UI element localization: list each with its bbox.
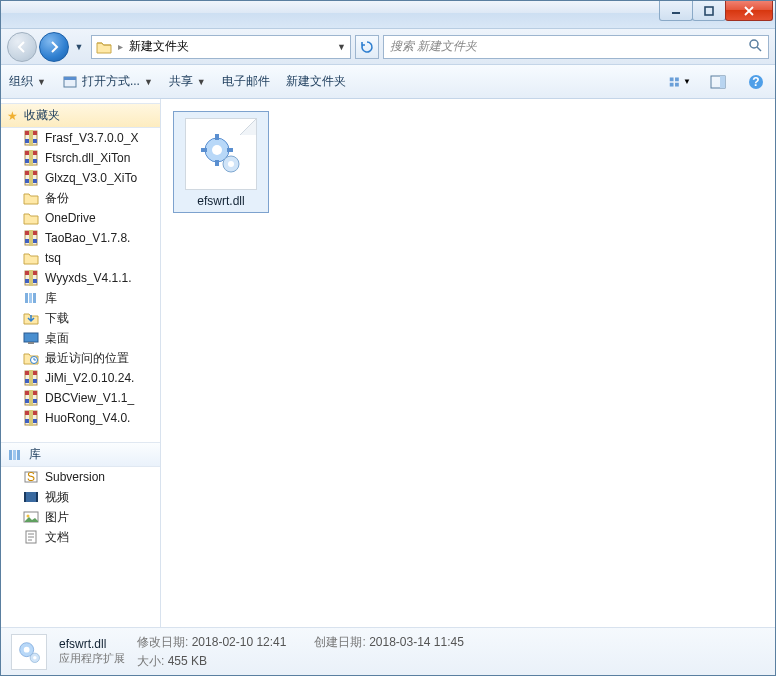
rar-icon	[23, 370, 39, 386]
sidebar-item[interactable]: Wyyxds_V4.1.1.	[1, 268, 160, 288]
svg-rect-6	[675, 77, 679, 81]
svg-rect-53	[17, 450, 20, 460]
sidebar-item[interactable]: Ftsrch.dll_XiTon	[1, 148, 160, 168]
close-button[interactable]	[725, 1, 773, 21]
create-date-value: 2018-03-14 11:45	[369, 635, 464, 649]
svg-point-67	[212, 145, 222, 155]
picture-icon	[23, 509, 39, 525]
mod-date-value: 2018-02-10 12:41	[192, 635, 287, 649]
sidebar-item[interactable]: 最近访问的位置	[1, 348, 160, 368]
svg-rect-37	[28, 342, 34, 344]
forward-button[interactable]	[39, 32, 69, 62]
search-input[interactable]: 搜索 新建文件夹	[383, 35, 769, 59]
sidebar-item-label: tsq	[45, 251, 61, 265]
sidebar-item-label: Frasf_V3.7.0.0_X	[45, 131, 138, 145]
svg-point-60	[27, 515, 30, 518]
sidebar-item-label: OneDrive	[45, 211, 96, 225]
sidebar-item-label: JiMi_V2.0.10.24.	[45, 371, 134, 385]
size-value: 455 KB	[168, 654, 207, 668]
window-controls	[660, 1, 775, 28]
address-bar[interactable]: ▸ 新建文件夹 ▼	[91, 35, 351, 59]
sidebar-item[interactable]: OneDrive	[1, 208, 160, 228]
folder-icon	[23, 250, 39, 266]
mod-date-label: 修改日期:	[137, 635, 188, 649]
maximize-button[interactable]	[692, 1, 726, 21]
svg-rect-46	[29, 390, 33, 406]
folder-icon	[23, 190, 39, 206]
rar-icon	[23, 390, 39, 406]
sidebar-item-label: Ftsrch.dll_XiTon	[45, 151, 130, 165]
desktop-icon	[23, 330, 39, 346]
share-menu[interactable]: 共享▼	[169, 73, 206, 90]
sidebar-item[interactable]: tsq	[1, 248, 160, 268]
folder-icon	[96, 40, 112, 54]
sidebar-item[interactable]: DBCView_V1.1_	[1, 388, 160, 408]
sidebar-item[interactable]: HuoRong_V4.0.	[1, 408, 160, 428]
sidebar-item[interactable]: JiMi_V2.0.10.24.	[1, 368, 160, 388]
svg-rect-32	[29, 270, 33, 286]
svg-rect-7	[670, 82, 674, 86]
sidebar-item-label: 最近访问的位置	[45, 350, 129, 367]
svg-rect-20	[29, 150, 33, 166]
navigation-pane[interactable]: ★ 收藏夹 Frasf_V3.7.0.0_XFtsrch.dll_XiTonGl…	[1, 99, 161, 627]
svg-point-73	[33, 656, 37, 660]
sidebar-item[interactable]: 文档	[1, 527, 160, 547]
recent-icon	[23, 350, 39, 366]
rar-icon	[23, 270, 39, 286]
svg-rect-66	[227, 148, 233, 152]
svg-rect-33	[25, 293, 28, 303]
details-filetype: 应用程序扩展	[59, 651, 125, 666]
history-dropdown-icon[interactable]: ▼	[71, 39, 87, 55]
libraries-header[interactable]: 库	[1, 442, 160, 467]
minimize-button[interactable]	[659, 1, 693, 21]
sidebar-item-label: 图片	[45, 509, 69, 526]
rar-icon	[23, 410, 39, 426]
sidebar-item[interactable]: 图片	[1, 507, 160, 527]
svg-rect-63	[215, 134, 219, 140]
svn-icon: S	[23, 469, 39, 485]
favorites-header[interactable]: ★ 收藏夹	[1, 103, 160, 128]
sidebar-item[interactable]: 库	[1, 288, 160, 308]
sidebar-item[interactable]: TaoBao_V1.7.8.	[1, 228, 160, 248]
address-dropdown-icon[interactable]: ▼	[337, 42, 346, 52]
sidebar-item-label: Wyyxds_V4.1.1.	[45, 271, 132, 285]
back-button[interactable]	[7, 32, 37, 62]
sidebar-item-label: DBCView_V1.1_	[45, 391, 134, 405]
open-with-menu[interactable]: 打开方式...▼	[62, 73, 153, 90]
svg-rect-28	[29, 230, 33, 246]
sidebar-item-label: 桌面	[45, 330, 69, 347]
svg-rect-1	[705, 7, 713, 15]
svg-rect-34	[29, 293, 32, 303]
svg-point-69	[228, 161, 234, 167]
toolbar: 组织▼ 打开方式...▼ 共享▼ 电子邮件 新建文件夹 ▼ ?	[1, 65, 775, 99]
sidebar-item[interactable]: SSubversion	[1, 467, 160, 487]
sidebar-item[interactable]: Glxzq_V3.0_XiTo	[1, 168, 160, 188]
sidebar-item-label: TaoBao_V1.7.8.	[45, 231, 130, 245]
breadcrumb-sep-icon: ▸	[118, 41, 123, 52]
library-icon	[7, 447, 23, 463]
sidebar-item[interactable]: 备份	[1, 188, 160, 208]
sidebar-item-label: Subversion	[45, 470, 105, 484]
svg-rect-16	[29, 130, 33, 146]
preview-pane-button[interactable]	[707, 71, 729, 93]
sidebar-item[interactable]: 下载	[1, 308, 160, 328]
organize-menu[interactable]: 组织▼	[9, 73, 46, 90]
email-button[interactable]: 电子邮件	[222, 73, 270, 90]
sidebar-item[interactable]: Frasf_V3.7.0.0_X	[1, 128, 160, 148]
sidebar-item[interactable]: 桌面	[1, 328, 160, 348]
help-button[interactable]: ?	[745, 71, 767, 93]
file-list[interactable]: efswrt.dll	[161, 99, 775, 627]
lib-icon	[23, 290, 39, 306]
create-date-label: 创建日期:	[314, 635, 365, 649]
svg-rect-52	[13, 450, 16, 460]
new-folder-button[interactable]: 新建文件夹	[286, 73, 346, 90]
svg-rect-35	[33, 293, 36, 303]
sidebar-item[interactable]: 视频	[1, 487, 160, 507]
svg-rect-24	[29, 170, 33, 186]
rar-icon	[23, 230, 39, 246]
file-item-selected[interactable]: efswrt.dll	[173, 111, 269, 213]
view-menu[interactable]: ▼	[669, 71, 691, 93]
svg-rect-51	[9, 450, 12, 460]
sidebar-item-label: Glxzq_V3.0_XiTo	[45, 171, 137, 185]
refresh-button[interactable]	[355, 35, 379, 59]
